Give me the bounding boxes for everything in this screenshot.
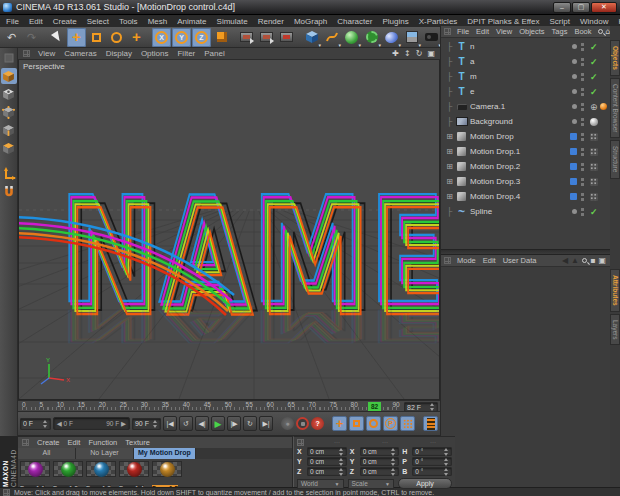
object-manager-menu-item[interactable]: Objects xyxy=(519,27,544,36)
menu-item[interactable]: Edit xyxy=(28,17,44,26)
loop-button[interactable]: ↻ xyxy=(243,416,257,431)
layer-dot[interactable] xyxy=(572,119,577,124)
object-row[interactable]: Motion Drop.4 xyxy=(441,189,620,204)
minimize-button[interactable]: – xyxy=(553,2,571,13)
panel-grip-icon[interactable] xyxy=(23,50,30,57)
add-spline-button[interactable]: ▾ xyxy=(322,28,341,47)
panel-grip-icon[interactable] xyxy=(22,439,29,446)
visibility-toggles[interactable] xyxy=(581,178,584,181)
visibility-toggles[interactable] xyxy=(581,193,584,196)
material-menu-item[interactable]: Function xyxy=(88,438,117,447)
visibility-toggles[interactable] xyxy=(581,118,584,121)
history-back-icon[interactable]: ◀ xyxy=(562,257,568,265)
visibility-toggles[interactable] xyxy=(581,73,584,76)
layer-dot[interactable] xyxy=(570,178,577,185)
play-backwards-button[interactable]: ↺ xyxy=(179,416,193,431)
viewport-menu-item[interactable]: Cameras xyxy=(64,49,96,58)
menu-item[interactable]: Simulate xyxy=(216,17,249,26)
viewport-menu-item[interactable]: Display xyxy=(106,49,132,58)
lock-x-axis[interactable]: X xyxy=(152,28,171,47)
material-layer-tab[interactable]: All xyxy=(18,448,76,459)
visibility-toggles[interactable] xyxy=(581,103,584,106)
attribute-manager-menu-item[interactable]: Mode xyxy=(457,256,476,265)
viewport-canvas[interactable]: Perspective xyxy=(18,60,440,400)
add-hypernurbs-button[interactable]: ▾ xyxy=(342,28,361,47)
key-parameter-toggle[interactable]: P xyxy=(383,416,398,431)
coord-position-field[interactable]: 0 cm xyxy=(307,447,347,456)
object-tag-icon[interactable] xyxy=(590,102,608,112)
tree-connector[interactable] xyxy=(444,42,455,51)
current-frame-field[interactable]: 82 F xyxy=(404,402,438,412)
menu-item[interactable]: MoGraph xyxy=(293,17,328,26)
coord-rotation-field[interactable]: 0 ° xyxy=(412,457,452,466)
menu-item[interactable]: X-Particles xyxy=(418,17,459,26)
key-scale-toggle[interactable] xyxy=(349,416,364,431)
object-row[interactable]: Camera.1 xyxy=(441,99,620,114)
menu-item[interactable]: Render xyxy=(257,17,285,26)
menu-item[interactable]: File xyxy=(5,17,20,26)
menu-item[interactable]: Character xyxy=(336,17,373,26)
layer-dot[interactable] xyxy=(570,148,577,155)
object-row[interactable]: Motion Drop xyxy=(441,129,620,144)
render-settings-button[interactable] xyxy=(277,28,296,47)
snap-magnet-button[interactable] xyxy=(1,184,17,200)
coord-position-field[interactable]: 0 cm xyxy=(307,457,347,466)
side-tab[interactable]: Objects xyxy=(610,40,620,76)
pan-view-icon[interactable]: ✚ xyxy=(392,49,399,58)
tree-connector[interactable] xyxy=(444,207,455,216)
panel-grip-icon[interactable] xyxy=(444,28,451,35)
keyframe-selection-button[interactable]: ? xyxy=(311,417,324,430)
key-position-toggle[interactable]: + xyxy=(332,416,347,431)
object-row[interactable]: Motion Drop.3 xyxy=(441,174,620,189)
search-icon[interactable] xyxy=(582,258,587,263)
viewport-menu-item[interactable]: Options xyxy=(141,49,169,58)
layer-dot[interactable] xyxy=(572,74,577,79)
goto-start-button[interactable]: |◀ xyxy=(163,416,177,431)
object-row[interactable]: m xyxy=(441,69,620,84)
open-timeline-button[interactable] xyxy=(423,416,438,431)
current-frame-marker[interactable]: 82 xyxy=(368,402,381,411)
last-tool[interactable]: + xyxy=(127,28,146,47)
add-cube-button[interactable]: ▾ xyxy=(302,28,321,47)
menu-item[interactable]: Plugins xyxy=(381,17,409,26)
object-row[interactable]: Background xyxy=(441,114,620,129)
rotate-tool[interactable] xyxy=(107,28,126,47)
stepper-icon[interactable] xyxy=(153,420,158,428)
visibility-toggles[interactable] xyxy=(581,88,584,91)
side-tab[interactable]: Layers xyxy=(610,314,620,346)
layer-dot[interactable] xyxy=(570,133,577,140)
visibility-toggles[interactable] xyxy=(581,133,584,136)
side-tab[interactable]: Attributes xyxy=(610,269,620,312)
coord-size-field[interactable]: 0 cm xyxy=(360,467,400,476)
viewport-menu-item[interactable]: Filter xyxy=(177,49,195,58)
coordinate-column-header[interactable]: ··· xyxy=(382,439,388,445)
maximize-button[interactable]: ▢ xyxy=(572,2,590,13)
tree-connector[interactable] xyxy=(444,72,455,81)
object-tag-icon[interactable] xyxy=(590,163,608,171)
axis-mode-button[interactable] xyxy=(1,166,17,182)
apply-button[interactable]: Apply xyxy=(398,478,452,489)
live-selection-tool[interactable] xyxy=(47,28,66,47)
redo-button[interactable]: ↷ xyxy=(22,28,41,47)
object-tag-icon[interactable] xyxy=(590,148,608,156)
scale-tool[interactable] xyxy=(87,28,106,47)
coordinate-column-header[interactable]: ··· xyxy=(334,439,340,445)
menu-item[interactable]: DPIT Planks & Effex xyxy=(466,17,540,26)
render-picture-viewer-button[interactable] xyxy=(257,28,276,47)
coord-rotation-field[interactable]: 0 ° xyxy=(412,467,452,476)
tree-connector[interactable] xyxy=(444,57,455,66)
visibility-toggles[interactable] xyxy=(581,208,584,211)
toggle-view-icon[interactable]: ▣ xyxy=(427,49,435,58)
object-row[interactable]: e xyxy=(441,84,620,99)
menu-item[interactable]: Animate xyxy=(176,17,207,26)
object-tag-icon[interactable] xyxy=(590,42,608,52)
object-tag-icon[interactable] xyxy=(590,207,608,217)
viewport-menu-item[interactable]: View xyxy=(38,49,55,58)
add-environment-button[interactable]: ▾ xyxy=(402,28,421,47)
material-menu-item[interactable]: Texture xyxy=(125,438,150,447)
key-pla-toggle[interactable] xyxy=(400,416,415,431)
menu-item[interactable]: Select xyxy=(86,17,110,26)
goto-end-button[interactable]: ▶| xyxy=(259,416,273,431)
autokey-button[interactable] xyxy=(296,417,309,430)
texture-mode-button[interactable] xyxy=(1,86,17,102)
